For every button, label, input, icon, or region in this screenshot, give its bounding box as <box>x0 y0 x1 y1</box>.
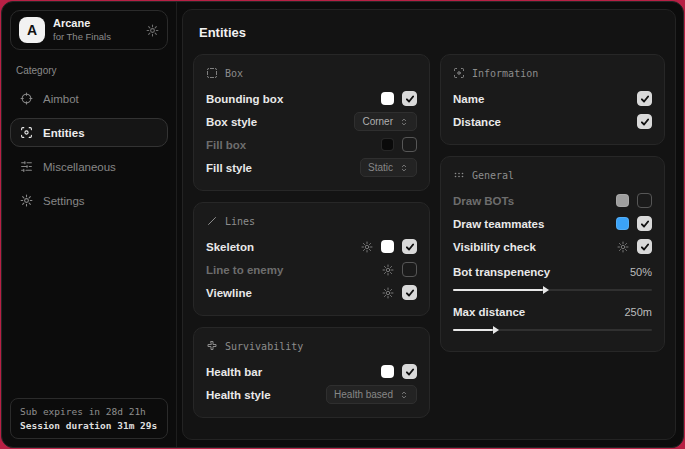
max-distance-slider[interactable] <box>453 329 652 331</box>
setting-row-box-style: Box style Corner <box>206 110 417 133</box>
brand-title: Arcane <box>53 17 138 31</box>
checkbox[interactable] <box>402 285 417 300</box>
slash-icon <box>206 215 218 227</box>
row-settings-gear-icon[interactable] <box>382 287 394 299</box>
setting-label: Visibility check <box>453 241 536 253</box>
setting-label: Bot transpenency <box>453 266 550 278</box>
main-panel: Entities Box Bounding box <box>182 9 676 440</box>
checkbox[interactable] <box>637 114 652 129</box>
checkbox[interactable] <box>637 91 652 106</box>
checkbox[interactable] <box>402 262 417 277</box>
setting-label: Draw BOTs <box>453 195 514 207</box>
setting-label: Health bar <box>206 366 262 378</box>
sub-expiry-text: Sub expires in 28d 21h <box>20 406 158 417</box>
health-style-dropdown[interactable]: Health based <box>326 385 417 404</box>
checkbox[interactable] <box>637 239 652 254</box>
setting-row-draw-teammates: Draw teammates <box>453 212 652 235</box>
chevrons-up-down-icon <box>399 117 409 127</box>
section-title: General <box>472 170 514 181</box>
sidebar-item-miscellaneous[interactable]: Miscellaneous <box>10 152 168 181</box>
session-duration-text: Session duration 31m 29s <box>20 420 158 431</box>
setting-label: Skeleton <box>206 241 254 253</box>
dropdown-value: Health based <box>334 389 393 400</box>
brand-card: A Arcane for The Finals <box>10 10 168 50</box>
brand-avatar: A <box>19 17 45 43</box>
sidebar-item-aimbot[interactable]: Aimbot <box>10 84 168 113</box>
setting-row-bounding-box: Bounding box <box>206 87 417 110</box>
chevrons-up-down-icon <box>399 390 409 400</box>
checkbox[interactable] <box>637 193 652 208</box>
checkbox[interactable] <box>402 364 417 379</box>
row-settings-gear-icon[interactable] <box>382 264 394 276</box>
brand-settings-icon[interactable] <box>146 24 159 37</box>
setting-label: Fill style <box>206 162 252 174</box>
dropdown-value: Corner <box>362 116 393 127</box>
survivability-cross-icon <box>206 340 218 352</box>
information-section-card: Information Name Distance <box>440 54 665 145</box>
color-swatch[interactable] <box>381 240 394 253</box>
color-swatch[interactable] <box>616 194 629 207</box>
brand-text: Arcane for The Finals <box>53 17 138 43</box>
setting-row-health-style: Health style Health based <box>206 383 417 406</box>
grip-dots-icon <box>453 169 465 181</box>
sidebar-item-label: Aimbot <box>43 93 79 105</box>
sidebar-item-label: Entities <box>43 127 85 139</box>
setting-label: Health style <box>206 389 271 401</box>
sidebar-item-settings[interactable]: Settings <box>10 186 168 215</box>
setting-row-name: Name <box>453 87 652 110</box>
slider-value: 250m <box>624 306 652 318</box>
survivability-section-card: Survivability Health bar Health style <box>193 327 430 418</box>
checkbox[interactable] <box>402 91 417 106</box>
slider-value: 50% <box>630 266 652 278</box>
setting-row-fill-style: Fill style Static <box>206 156 417 179</box>
setting-row-draw-bots: Draw BOTs <box>453 189 652 212</box>
page-title: Entities <box>199 25 659 40</box>
setting-row-health-bar: Health bar <box>206 360 417 383</box>
dropdown-value: Static <box>368 162 393 173</box>
box-section-card: Box Bounding box Box style Corne <box>193 54 430 191</box>
bot-transparency-slider-row: Bot transpenency 50% <box>453 260 652 291</box>
setting-row-line-to-enemy: Line to enemy <box>206 258 417 281</box>
app-window: A Arcane for The Finals Category Aimbot <box>1 1 684 448</box>
sidebar-item-entities[interactable]: Entities <box>10 118 168 147</box>
setting-label: Draw teammates <box>453 218 544 230</box>
section-title: Survivability <box>225 341 303 352</box>
setting-row-visibility-check: Visibility check <box>453 235 652 258</box>
setting-label: Line to enemy <box>206 264 283 276</box>
subscription-status-card: Sub expires in 28d 21h Session duration … <box>10 398 168 439</box>
section-title: Information <box>472 68 538 79</box>
color-swatch[interactable] <box>616 217 629 230</box>
setting-label: Distance <box>453 116 501 128</box>
color-swatch[interactable] <box>381 138 394 151</box>
row-settings-gear-icon[interactable] <box>361 241 373 253</box>
gear-icon <box>20 194 33 207</box>
color-swatch[interactable] <box>381 92 394 105</box>
section-title: Lines <box>225 216 255 227</box>
checkbox[interactable] <box>402 239 417 254</box>
color-swatch[interactable] <box>381 365 394 378</box>
bot-transparency-slider[interactable] <box>453 289 652 291</box>
sidebar-item-label: Settings <box>43 195 85 207</box>
checkbox[interactable] <box>637 216 652 231</box>
section-title: Box <box>225 68 243 79</box>
lines-section-card: Lines Skeleton <box>193 202 430 316</box>
setting-label: Max distance <box>453 306 525 318</box>
sidebar-item-label: Miscellaneous <box>43 161 116 173</box>
checkbox[interactable] <box>402 137 417 152</box>
category-label: Category <box>16 65 162 76</box>
setting-row-distance: Distance <box>453 110 652 133</box>
setting-label: Fill box <box>206 139 246 151</box>
crosshair-icon <box>20 92 33 105</box>
row-settings-gear-icon[interactable] <box>617 241 629 253</box>
setting-label: Name <box>453 93 484 105</box>
slider-fill <box>453 329 493 331</box>
fill-style-dropdown[interactable]: Static <box>360 158 417 177</box>
setting-label: Box style <box>206 116 257 128</box>
general-section-card: General Draw BOTs Draw teammates <box>440 156 665 352</box>
brand-subtitle: for The Finals <box>53 31 138 43</box>
setting-row-skeleton: Skeleton <box>206 235 417 258</box>
sliders-icon <box>20 160 33 173</box>
setting-label: Viewline <box>206 287 252 299</box>
box-style-dropdown[interactable]: Corner <box>354 112 417 131</box>
setting-label: Bounding box <box>206 93 283 105</box>
